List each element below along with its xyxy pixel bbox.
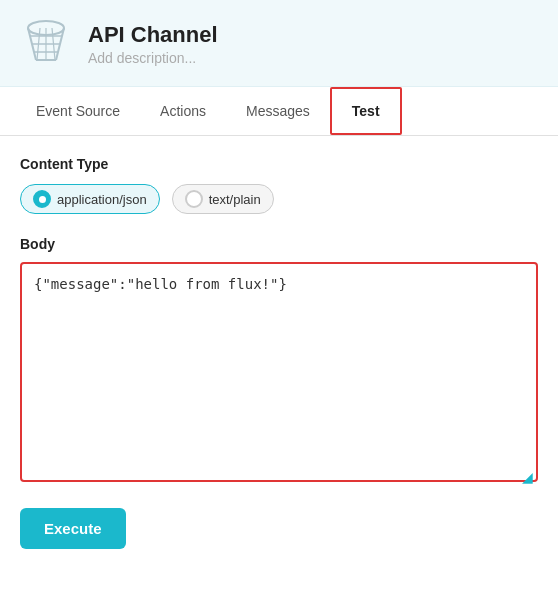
radio-application-json[interactable]: application/json <box>20 184 160 214</box>
tab-test[interactable]: Test <box>330 87 402 135</box>
page-header: API Channel Add description... <box>0 0 558 87</box>
tab-event-source[interactable]: Event Source <box>16 87 140 135</box>
radio-circle-plain <box>185 190 203 208</box>
page-description: Add description... <box>88 50 218 66</box>
execute-button[interactable]: Execute <box>20 508 126 549</box>
content-type-label: Content Type <box>20 156 538 172</box>
resize-handle-icon: ◢ <box>522 470 534 482</box>
tab-bar: Event Source Actions Messages Test <box>0 87 558 136</box>
radio-text-plain[interactable]: text/plain <box>172 184 274 214</box>
main-content: Content Type application/json text/plain… <box>0 136 558 569</box>
body-section: Body {"message":"hello from flux!"} ◢ <box>20 236 538 486</box>
radio-label-plain: text/plain <box>209 192 261 207</box>
textarea-wrapper: {"message":"hello from flux!"} ◢ <box>20 262 538 486</box>
radio-circle-json <box>33 190 51 208</box>
header-text-group: API Channel Add description... <box>88 22 218 66</box>
tab-messages[interactable]: Messages <box>226 87 330 135</box>
body-textarea[interactable]: {"message":"hello from flux!"} <box>20 262 538 482</box>
radio-label-json: application/json <box>57 192 147 207</box>
api-channel-icon <box>20 18 72 70</box>
content-type-group: application/json text/plain <box>20 184 538 214</box>
tab-actions[interactable]: Actions <box>140 87 226 135</box>
page-title: API Channel <box>88 22 218 48</box>
body-label: Body <box>20 236 538 252</box>
